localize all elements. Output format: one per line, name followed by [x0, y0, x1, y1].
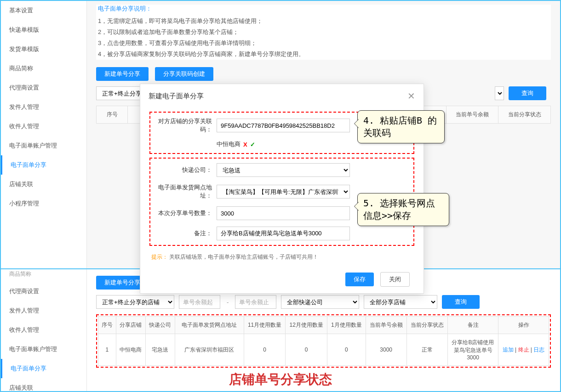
- cell-ops: 追加 | 终止 | 日志: [498, 334, 549, 366]
- bottom-caption: 店铺单号分享状态: [229, 368, 332, 391]
- x-icon: X: [243, 141, 247, 148]
- callout-4: 4. 粘贴店铺B 的关联码: [357, 110, 445, 143]
- th2-store: 分享店铺: [116, 317, 145, 334]
- filter-b-courier[interactable]: 全部快递公司: [281, 295, 359, 309]
- hint-text: 关联店铺场景，电子面单分享给主店铺账号，子店铺可共用！: [169, 254, 318, 260]
- hint-label: 提示：: [151, 254, 168, 260]
- th2-m11: 11月使用数量: [244, 317, 286, 334]
- nav-eticket-share[interactable]: 电子面单分享: [1, 155, 86, 175]
- nav-b-receiver[interactable]: 收件人管理: [1, 320, 86, 340]
- help-line-1: 1，无需绑定店铺，即可将菜鸟电子面单分享给其他店铺使用；: [98, 16, 549, 27]
- query-button-top[interactable]: 查询: [509, 86, 546, 100]
- cell-store: 中恒电商: [116, 334, 145, 366]
- nav-eticket-account[interactable]: 电子面单账户管理: [1, 136, 86, 155]
- th2-stat: 当前分享状态: [406, 317, 447, 334]
- nav-ship-tpl[interactable]: 发货单模版: [1, 40, 86, 59]
- filter-extra-select[interactable]: [495, 86, 504, 100]
- callout-5: 5. 选择账号网点信息>>保存: [357, 193, 449, 226]
- op-stop-link[interactable]: 终止: [518, 347, 529, 353]
- cell-bal: 3000: [366, 334, 406, 366]
- filter-b-sharestore[interactable]: 全部分享店铺: [364, 295, 437, 309]
- th2-courier: 快递公司: [145, 317, 175, 334]
- th2-bal: 当前单号余额: [366, 317, 406, 334]
- nav-basic[interactable]: 基本设置: [1, 1, 86, 20]
- op-log-link[interactable]: 日志: [533, 347, 544, 353]
- help-line-3: 3，点击使用数量，可查看分享店铺使用电子面单详情明细；: [98, 38, 549, 49]
- filter-b-store[interactable]: 正常+终止分享的店铺: [96, 295, 174, 309]
- nav-b-eticket-acct[interactable]: 电子面单账户管理: [1, 340, 86, 359]
- th-balance: 当前单号余额: [446, 106, 498, 124]
- cell-idx: 1: [98, 334, 116, 366]
- query-button-b[interactable]: 查询: [442, 295, 480, 309]
- nav-product-alias[interactable]: 商品简称: [1, 59, 86, 78]
- nav-b-eticket-share[interactable]: 电子面单分享: [1, 359, 86, 378]
- th2-m1: 1月使用数量: [327, 317, 366, 334]
- nav-b-alias[interactable]: 商品简称: [1, 269, 86, 282]
- cell-remark: 分享给B店铺使用菜鸟宅急送单号3000: [448, 334, 498, 366]
- help-line-4: 4，被分享店铺商家复制分享关联码给分享店铺商家，新建单号分享绑定使用。: [98, 49, 549, 60]
- nav-express-tpl[interactable]: 快递单模版: [1, 20, 86, 40]
- nav-miniprog[interactable]: 小程序管理: [1, 194, 86, 213]
- close-button[interactable]: 关闭: [380, 272, 410, 287]
- code-label: 对方店铺的分享关联码：: [152, 117, 217, 134]
- th2-remark: 备注: [448, 317, 498, 334]
- nav-b-store-link[interactable]: 店铺关联: [1, 378, 86, 392]
- modal-title: 新建电子面单分享: [149, 92, 204, 101]
- verify-store-name: 中恒电商: [217, 140, 240, 148]
- cell-m1[interactable]: 0: [327, 334, 366, 366]
- courier-label: 快递公司：: [152, 166, 217, 174]
- code-input[interactable]: [217, 119, 350, 132]
- nav-agent[interactable]: 代理商设置: [1, 78, 86, 97]
- check-icon: ✓: [250, 141, 255, 148]
- addr-select[interactable]: 【淘宝菜鸟】【可用单号:无限】广东省深圳市福田区: [217, 185, 350, 199]
- th-idx: 序号: [97, 106, 128, 124]
- qty-input[interactable]: [217, 206, 350, 220]
- th2-op: 操作: [498, 317, 549, 334]
- cell-addr: 广东省深圳市福田区: [175, 334, 244, 366]
- amount-to-input[interactable]: [235, 295, 276, 309]
- sidebar-top: 基本设置 快递单模版 发货单模版 商品简称 代理商设置 发件人管理 收件人管理 …: [1, 1, 87, 268]
- close-icon[interactable]: ✕: [407, 91, 415, 102]
- qty-label: 本次分享单号数量：: [152, 209, 217, 217]
- save-button[interactable]: 保存: [345, 273, 374, 286]
- remark-label: 备注：: [152, 229, 217, 238]
- op-add-link[interactable]: 追加: [503, 347, 514, 353]
- help-title: 电子面单分享说明：: [98, 5, 549, 13]
- th2-idx: 序号: [98, 317, 116, 334]
- th-status: 当前分享状态: [498, 106, 551, 124]
- nav-b-agent[interactable]: 代理商设置: [1, 282, 86, 301]
- addr-label: 电子面单发货网点地址：: [152, 183, 217, 200]
- nav-sender[interactable]: 发件人管理: [1, 97, 86, 117]
- nav-receiver[interactable]: 收件人管理: [1, 117, 86, 136]
- help-line-2: 2，可以限制或者追加电子面单数量分享给某个店铺；: [98, 27, 549, 38]
- th2-m12: 12月使用数量: [286, 317, 327, 334]
- cell-stat: 正常: [406, 334, 447, 366]
- sidebar-bottom: 商品简称 代理商设置 发件人管理 收件人管理 电子面单账户管理 电子面单分享 店…: [1, 269, 87, 392]
- share-table-bottom: 序号 分享店铺 快递公司 电子面单发货网点地址 11月使用数量 12月使用数量 …: [98, 316, 549, 366]
- remark-input[interactable]: [217, 227, 350, 240]
- dash-sep: -: [227, 299, 229, 306]
- courier-select[interactable]: 宅急送: [217, 163, 350, 177]
- nav-store-link[interactable]: 店铺关联: [1, 175, 86, 194]
- cell-m12: 0: [286, 334, 327, 366]
- code-create-button[interactable]: 分享关联码创建: [155, 67, 213, 81]
- amount-from-input[interactable]: [179, 295, 220, 309]
- cell-m11: 0: [244, 334, 286, 366]
- th2-addr: 电子面单发货网点地址: [175, 317, 244, 334]
- nav-b-sender[interactable]: 发件人管理: [1, 301, 86, 320]
- new-share-button[interactable]: 新建单号分享: [96, 67, 149, 81]
- cell-courier: 宅急送: [145, 334, 175, 366]
- table-row: 1 中恒电商 宅急送 广东省深圳市福田区 0 0 0 3000 正常 分享给B店…: [98, 334, 549, 366]
